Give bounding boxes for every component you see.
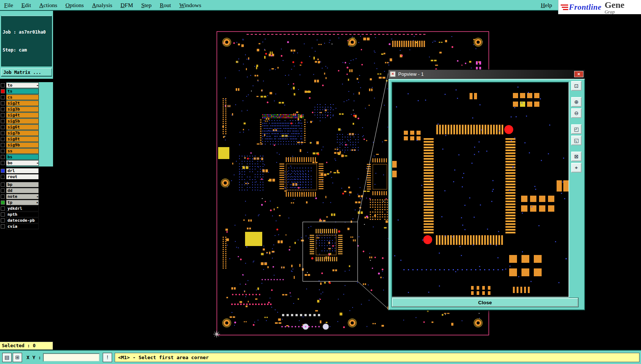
layer-name-note[interactable]: note◄	[6, 194, 39, 199]
center-view-icon-button[interactable]: ⌖	[571, 163, 582, 172]
layer-visibility-checkbox-sig5b[interactable]	[1, 119, 5, 123]
menu-item-rout[interactable]: Rout	[156, 2, 175, 9]
layer-row-cs[interactable]: cs	[0, 94, 53, 100]
layer-row-sig4t[interactable]: sig4t	[0, 112, 53, 118]
notes-icon-button[interactable]: ▤	[2, 353, 12, 362]
layer-name-sig6t[interactable]: sig6t	[6, 124, 39, 130]
frontline-brand-text: Frontline	[569, 3, 601, 12]
layer-name-bs[interactable]: bs	[6, 154, 39, 160]
layer-name-sig9b[interactable]: sig9b	[6, 142, 39, 148]
layer-row-ts[interactable]: ts	[0, 88, 53, 94]
menu-item-edit[interactable]: Edit	[17, 2, 35, 9]
layer-name-cs[interactable]: cs	[6, 94, 39, 100]
menu-item-windows[interactable]: Windows	[175, 2, 205, 9]
popview-close-button[interactable]: Close	[392, 298, 578, 307]
layer-name-ss[interactable]: ss	[6, 148, 39, 154]
layer-row-bo[interactable]: bo◄	[0, 160, 53, 166]
layer-row-npth[interactable]: npth	[0, 211, 53, 217]
menu-item-step[interactable]: Step	[137, 2, 156, 9]
layer-arrow-icon: ◄	[36, 83, 38, 88]
pan-left-icon-button[interactable]: ◰	[571, 124, 582, 134]
layer-row-cvia[interactable]: cvia	[0, 223, 53, 229]
prompt-icon-button[interactable]: !	[103, 353, 112, 362]
layer-row-sig8t[interactable]: sig8t	[0, 136, 53, 142]
layer-row-to[interactable]: to◄	[0, 82, 53, 88]
layer-visibility-checkbox-datecode-pb[interactable]	[1, 218, 5, 223]
layer-name-ydkdrl[interactable]: ydkdrl	[6, 206, 39, 211]
layer-name-datecode-pb[interactable]: datecode-pb	[6, 218, 39, 223]
layer-row-ss[interactable]: ss	[0, 148, 53, 154]
layer-visibility-checkbox-bp[interactable]	[1, 183, 5, 187]
layer-row-sig9b[interactable]: sig9b	[0, 142, 53, 148]
layer-name-cvia[interactable]: cvia	[6, 224, 39, 229]
layer-visibility-checkbox-sig8t[interactable]	[1, 137, 5, 141]
layer-visibility-checkbox-cs[interactable]	[1, 95, 5, 99]
layer-row-note[interactable]: note◄	[0, 193, 53, 199]
job-matrix-button[interactable]: Job Matrix ...	[1, 68, 52, 76]
popview-zoom-canvas[interactable]	[391, 82, 569, 298]
menu-item-help[interactable]: Help	[535, 0, 558, 10]
layer-row-bp[interactable]: bp	[0, 181, 53, 187]
menu-item-dfm[interactable]: DFM	[117, 2, 137, 9]
layer-row-datecode-pb[interactable]: datecode-pb	[0, 217, 53, 223]
layer-visibility-checkbox-sig4t[interactable]	[1, 113, 5, 117]
menu-item-actions[interactable]: Actions	[35, 2, 61, 9]
menu-item-options[interactable]: Options	[61, 2, 88, 9]
layer-name-tp[interactable]: tp▪	[6, 200, 39, 205]
layer-visibility-checkbox-cvia[interactable]	[1, 224, 5, 228]
layer-name-sig5b[interactable]: sig5b	[6, 118, 39, 124]
layer-visibility-checkbox-drl[interactable]	[1, 169, 5, 173]
layer-name-sig8t[interactable]: sig8t	[6, 136, 39, 142]
layer-visibility-checkbox-rout[interactable]	[1, 175, 5, 179]
layer-visibility-checkbox-sig6t[interactable]	[1, 125, 5, 129]
grid-icon-button[interactable]: ⊞	[13, 353, 22, 362]
popview-title-bar[interactable]: ✕ Popview - 1 ✕	[388, 70, 585, 79]
scroll-up-icon-button[interactable]: ⊕	[571, 97, 582, 107]
zoom-box-icon-button[interactable]: ⊠	[571, 152, 582, 161]
layer-row-sig2t[interactable]: sig2t	[0, 100, 53, 106]
layer-row-drl[interactable]: drl	[0, 168, 53, 174]
layer-row-sig5b[interactable]: sig5b	[0, 118, 53, 124]
layer-visibility-checkbox-sig9b[interactable]	[1, 143, 5, 147]
layer-visibility-checkbox-dd[interactable]	[1, 189, 5, 193]
layer-row-dd[interactable]: dd	[0, 187, 53, 193]
layer-row-bs[interactable]: bs	[0, 154, 53, 160]
pan-right-icon-button[interactable]: ◱	[571, 136, 582, 145]
layer-visibility-checkbox-to[interactable]	[1, 83, 5, 87]
layer-visibility-checkbox-sig3b[interactable]	[1, 107, 5, 111]
layer-row-sig3b[interactable]: sig3b	[0, 106, 53, 112]
layer-visibility-checkbox-npth[interactable]	[1, 212, 5, 217]
layer-row-tp[interactable]: tp▪	[0, 199, 53, 205]
layer-row-rout[interactable]: rout	[0, 174, 53, 180]
layer-name-ts[interactable]: ts	[6, 88, 39, 94]
layer-visibility-checkbox-bs[interactable]	[1, 155, 5, 159]
scroll-down-icon-button[interactable]: ⊖	[571, 108, 582, 118]
layer-visibility-checkbox-ss[interactable]	[1, 149, 5, 153]
layer-name-bo[interactable]: bo◄	[6, 160, 39, 166]
layer-row-sig6t[interactable]: sig6t	[0, 124, 53, 130]
layer-name-npth[interactable]: npth	[6, 212, 39, 217]
layer-visibility-checkbox-sig7b[interactable]	[1, 131, 5, 135]
layer-name-drl[interactable]: drl	[6, 168, 39, 174]
xy-coordinate-input[interactable]	[43, 353, 100, 362]
layer-name-dd[interactable]: dd	[6, 188, 39, 193]
layer-visibility-checkbox-ydkdrl[interactable]	[1, 206, 5, 211]
menu-item-file[interactable]: File	[0, 2, 17, 9]
layer-name-to[interactable]: to◄	[6, 83, 39, 88]
layer-name-sig4t[interactable]: sig4t	[6, 112, 39, 118]
layer-row-sig7b[interactable]: sig7b	[0, 130, 53, 136]
popview-close-x-button[interactable]: ✕	[574, 71, 583, 77]
layer-visibility-checkbox-note[interactable]	[1, 195, 5, 199]
layer-visibility-checkbox-ts[interactable]	[1, 89, 5, 93]
layer-visibility-checkbox-bo[interactable]	[1, 161, 5, 165]
layer-name-sig3b[interactable]: sig3b	[6, 106, 39, 112]
layer-name-sig7b[interactable]: sig7b	[6, 130, 39, 136]
layer-name-sig2t[interactable]: sig2t	[6, 100, 39, 106]
window-icon-button[interactable]: ⊡	[571, 81, 582, 91]
layer-row-ydkdrl[interactable]: ydkdrl	[0, 205, 53, 211]
layer-visibility-checkbox-sig2t[interactable]	[1, 101, 5, 105]
menu-item-analysis[interactable]: Analysis	[88, 2, 116, 9]
layer-name-bp[interactable]: bp	[6, 182, 39, 187]
layer-name-rout[interactable]: rout	[6, 174, 39, 180]
layer-visibility-checkbox-tp[interactable]	[1, 200, 5, 205]
